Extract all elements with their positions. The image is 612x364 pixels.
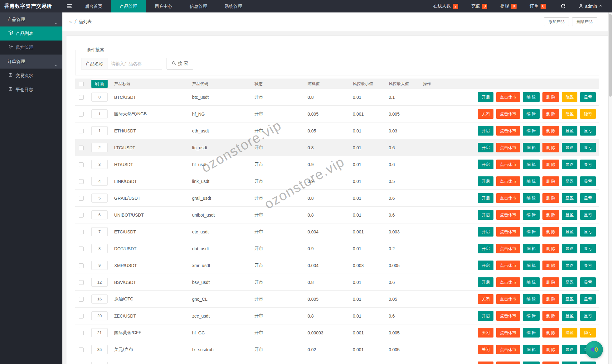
row-checkbox[interactable] [79,247,84,251]
sort-input[interactable] [91,93,108,102]
close-market-button[interactable]: 点击休市 [496,143,520,152]
delete-button[interactable]: 删 除 [542,210,559,220]
market-toggle-button[interactable]: 开启 [478,143,493,152]
market-toggle-button[interactable]: 开启 [478,277,493,287]
nav-stat[interactable]: 提现0 [494,3,523,9]
market-toggle-button[interactable]: 开启 [478,176,493,186]
delete-button[interactable]: 删 除 [542,109,559,119]
profit-toggle-button[interactable]: 显盈 [562,345,577,354]
delete-button[interactable]: 删 除 [542,328,559,338]
nav-item[interactable]: 系统管理 [216,0,251,12]
market-toggle-button[interactable]: 开启 [478,126,493,136]
delete-button[interactable]: 删 除 [542,160,559,169]
close-market-button[interactable]: 点击休市 [496,345,520,354]
market-toggle-button[interactable]: 关闭 [478,345,493,354]
edit-button[interactable]: 编 辑 [523,294,540,304]
loss-toggle-button[interactable]: 显亏 [580,227,596,237]
edit-button[interactable]: 编 辑 [523,362,540,364]
row-checkbox[interactable] [79,280,84,285]
sidebar-group-orders[interactable]: 订单管理 [0,55,62,69]
profit-toggle-button[interactable]: 隐盈 [562,92,577,102]
delete-button[interactable]: 删 除 [542,277,559,287]
sort-input[interactable] [91,261,108,270]
market-toggle-button[interactable]: 开启 [478,160,493,169]
market-toggle-button[interactable]: 关闭 [478,294,493,304]
edit-button[interactable]: 编 辑 [523,328,540,338]
profit-toggle-button[interactable]: 隐盈 [562,109,577,119]
sort-input[interactable] [91,109,108,118]
edit-button[interactable]: 编 辑 [523,109,540,119]
row-checkbox[interactable] [79,314,84,318]
sidebar-item[interactable]: 产品列表 [0,26,62,41]
profit-toggle-button[interactable]: 显盈 [562,210,577,220]
sort-input[interactable] [91,278,108,287]
sort-input[interactable] [91,244,108,253]
loss-toggle-button[interactable]: 显亏 [580,261,596,270]
sort-input[interactable] [91,227,108,236]
hamburger-icon[interactable] [62,0,76,12]
table-refresh-button[interactable]: 刷 新 [91,80,108,88]
profit-toggle-button[interactable]: 显盈 [562,294,577,304]
close-market-button[interactable]: 点击休市 [496,261,520,270]
sidebar-group-products[interactable]: 产品管理 [0,12,62,26]
row-checkbox[interactable] [79,230,84,234]
row-checkbox[interactable] [79,196,84,201]
edit-button[interactable]: 编 辑 [523,210,540,220]
market-toggle-button[interactable]: 关闭 [478,109,493,119]
nav-item[interactable]: 信息管理 [181,0,216,12]
loss-toggle-button[interactable]: 显亏 [580,294,596,304]
sort-input[interactable] [91,295,108,304]
sort-input[interactable] [91,328,108,337]
search-button[interactable]: 搜 索 [167,58,193,69]
market-toggle-button[interactable]: 关闭 [478,362,493,364]
close-market-button[interactable]: 点击休市 [496,210,520,220]
market-toggle-button[interactable]: 开启 [478,227,493,237]
row-checkbox[interactable] [79,95,84,100]
profit-toggle-button[interactable]: 显盈 [562,143,577,152]
close-market-button[interactable]: 点击休市 [496,328,520,338]
edit-button[interactable]: 编 辑 [523,311,540,321]
product-name-input[interactable] [108,58,162,69]
delete-button[interactable]: 删 除 [542,261,559,270]
sort-input[interactable] [91,362,108,364]
delete-button[interactable]: 删 除 [542,126,559,136]
select-all-checkbox[interactable] [79,82,84,86]
loss-toggle-button[interactable]: 显亏 [580,277,596,287]
nav-item[interactable]: 产品管理 [111,0,146,12]
close-market-button[interactable]: 点击休市 [496,362,520,364]
profit-toggle-button[interactable]: 显盈 [562,193,577,203]
user-menu[interactable]: admin [574,3,607,9]
profit-toggle-button[interactable]: 显盈 [562,126,577,136]
market-toggle-button[interactable]: 开启 [478,244,493,253]
close-market-button[interactable]: 点击休市 [496,160,520,169]
sort-input[interactable] [91,210,108,219]
sidebar-item[interactable]: 平仓日志 [0,83,62,97]
delete-button[interactable]: 删 除 [542,193,559,203]
profit-toggle-button[interactable]: 显盈 [562,227,577,237]
delete-button[interactable]: 删 除 [542,143,559,152]
loss-toggle-button[interactable]: 隐亏 [580,109,596,119]
scrollbar-thumb[interactable] [609,14,612,97]
edit-button[interactable]: 编 辑 [523,126,540,136]
profit-toggle-button[interactable]: 显盈 [562,160,577,169]
close-market-button[interactable]: 点击休市 [496,193,520,203]
edit-button[interactable]: 编 辑 [523,227,540,237]
market-toggle-button[interactable]: 开启 [478,210,493,220]
close-market-button[interactable]: 点击休市 [496,311,520,321]
delete-button[interactable]: 删 除 [542,362,559,364]
edit-button[interactable]: 编 辑 [523,92,540,102]
sort-input[interactable] [91,126,108,135]
sort-input[interactable] [91,194,108,203]
sort-input[interactable] [91,143,108,152]
sidebar-item[interactable]: 交易流水 [0,69,62,83]
sort-input[interactable] [91,177,108,186]
delete-button[interactable]: 删 除 [542,294,559,304]
close-market-button[interactable]: 点击休市 [496,244,520,253]
sort-input[interactable] [91,311,108,320]
close-market-button[interactable]: 点击休市 [496,277,520,287]
row-checkbox[interactable] [79,112,84,117]
row-checkbox[interactable] [79,263,84,268]
delete-product-button[interactable]: 删除产品 [572,17,597,26]
delete-button[interactable]: 删 除 [542,227,559,237]
market-toggle-button[interactable]: 关闭 [478,328,493,338]
